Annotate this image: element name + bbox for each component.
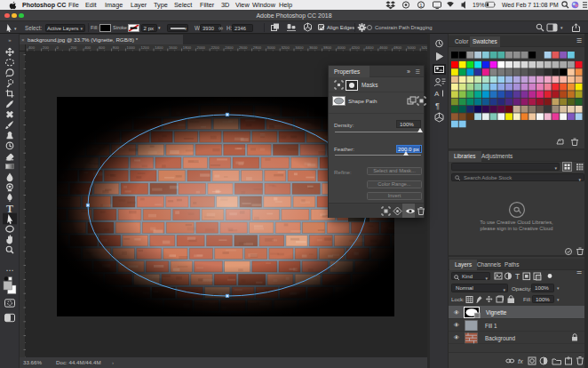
svg-text:4000: 4000 <box>338 45 346 50</box>
svg-text:4600: 4600 <box>379 45 388 50</box>
svg-text:3200: 3200 <box>281 45 290 50</box>
svg-text:1800: 1800 <box>183 45 192 50</box>
svg-text:200: 200 <box>70 45 77 50</box>
svg-text:400: 400 <box>28 45 36 50</box>
svg-text:1600: 1600 <box>169 45 178 50</box>
svg-text:T: T <box>6 203 13 215</box>
svg-text:2600: 2600 <box>239 45 248 50</box>
svg-text:1: 1 <box>419 3 423 8</box>
svg-text:1400: 1400 <box>155 45 163 50</box>
svg-text:T: T <box>515 272 520 281</box>
svg-text:800: 800 <box>113 45 120 50</box>
svg-text:600: 600 <box>99 45 106 50</box>
svg-text:1200: 1200 <box>140 45 149 50</box>
svg-text:2200: 2200 <box>211 45 219 50</box>
svg-text:4200: 4200 <box>351 45 360 50</box>
svg-text:3800: 3800 <box>323 45 332 50</box>
svg-text:19%: 19% <box>473 2 485 8</box>
svg-text:⋯: ⋯ <box>6 266 14 275</box>
svg-text:4800: 4800 <box>393 45 402 50</box>
svg-text:3400: 3400 <box>295 45 304 50</box>
svg-text:3000: 3000 <box>267 45 276 50</box>
svg-text:4400: 4400 <box>365 45 374 50</box>
svg-text:2400: 2400 <box>225 45 234 50</box>
svg-text:200: 200 <box>43 45 50 50</box>
svg-text:1000: 1000 <box>127 45 136 50</box>
svg-text:A: A <box>434 90 440 98</box>
svg-text:2000: 2000 <box>197 45 206 50</box>
svg-text:2800: 2800 <box>253 45 262 50</box>
svg-text:400: 400 <box>84 45 91 50</box>
svg-text:5000: 5000 <box>408 45 417 50</box>
svg-text:3600: 3600 <box>309 45 318 50</box>
svg-text:fx: fx <box>518 357 523 365</box>
svg-text:¶: ¶ <box>435 101 440 110</box>
svg-text:5200: 5200 <box>421 45 427 50</box>
